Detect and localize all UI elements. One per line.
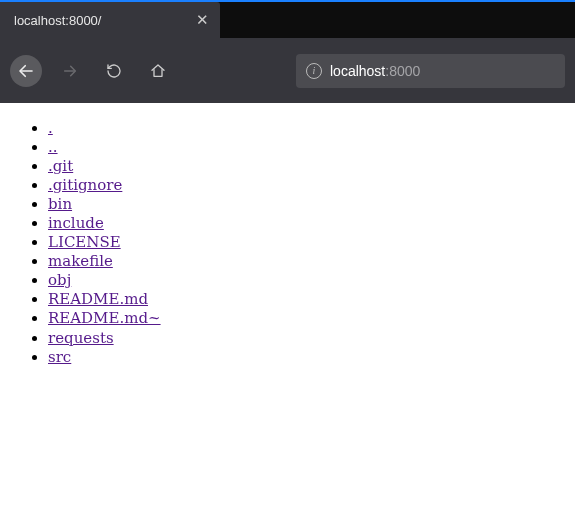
file-link[interactable]: include [48, 214, 104, 232]
file-link[interactable]: .gitignore [48, 176, 122, 194]
close-icon[interactable]: ✕ [194, 12, 210, 28]
home-icon [150, 63, 166, 79]
file-link[interactable]: bin [48, 195, 72, 213]
tab-active[interactable]: localhost:8000/ ✕ [0, 2, 220, 38]
page-content: ....git.gitignorebinincludeLICENSEmakefi… [0, 103, 575, 383]
reload-button[interactable] [98, 55, 130, 87]
file-link[interactable]: makefile [48, 252, 113, 270]
file-link[interactable]: requests [48, 329, 114, 347]
list-item: .gitignore [48, 176, 567, 195]
forward-button[interactable] [54, 55, 86, 87]
list-item: README.md [48, 290, 567, 309]
tab-strip-empty [220, 2, 575, 38]
reload-icon [106, 63, 122, 79]
url-host: localhost [330, 63, 385, 79]
tab-title: localhost:8000/ [14, 13, 194, 28]
url-bar[interactable]: i localhost:8000 [296, 54, 565, 88]
browser-chrome: localhost:8000/ ✕ i localhost:8000 [0, 0, 575, 103]
arrow-right-icon [62, 63, 78, 79]
file-link[interactable]: .. [48, 138, 58, 156]
list-item: .. [48, 138, 567, 157]
list-item: bin [48, 195, 567, 214]
file-link[interactable]: README.md [48, 290, 148, 308]
url-text: localhost:8000 [330, 63, 420, 79]
list-item: requests [48, 329, 567, 348]
arrow-left-icon [17, 62, 35, 80]
tab-strip: localhost:8000/ ✕ [0, 2, 575, 38]
list-item: README.md~ [48, 309, 567, 328]
file-link[interactable]: src [48, 348, 71, 366]
list-item: . [48, 119, 567, 138]
list-item: include [48, 214, 567, 233]
url-port: :8000 [385, 63, 420, 79]
list-item: obj [48, 271, 567, 290]
file-link[interactable]: LICENSE [48, 233, 121, 251]
back-button[interactable] [10, 55, 42, 87]
list-item: src [48, 348, 567, 367]
list-item: .git [48, 157, 567, 176]
list-item: makefile [48, 252, 567, 271]
directory-listing: ....git.gitignorebinincludeLICENSEmakefi… [8, 119, 567, 367]
file-link[interactable]: README.md~ [48, 309, 161, 327]
home-button[interactable] [142, 55, 174, 87]
list-item: LICENSE [48, 233, 567, 252]
file-link[interactable]: . [48, 119, 53, 137]
file-link[interactable]: obj [48, 271, 71, 289]
toolbar: i localhost:8000 [0, 38, 575, 103]
info-icon[interactable]: i [306, 63, 322, 79]
file-link[interactable]: .git [48, 157, 73, 175]
